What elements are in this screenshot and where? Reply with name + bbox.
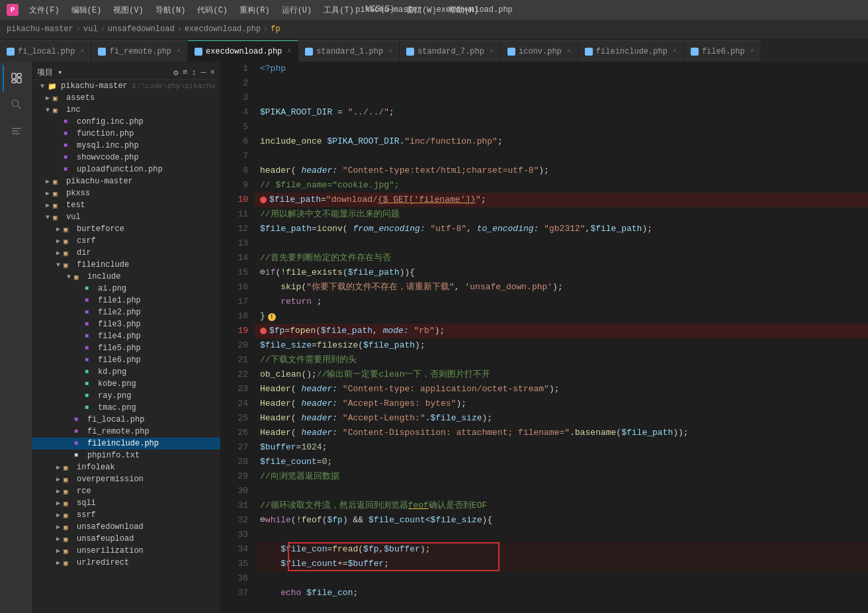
code-line-37: echo $file_con; (255, 586, 868, 600)
menu-file[interactable]: 文件(F) (24, 3, 65, 17)
tree-item-fi_local_php[interactable]: ■ fi_local.php (32, 414, 220, 426)
code-text: ⊖if(!file_exists($file_path)){ (260, 265, 415, 280)
breadcrumb-symbol[interactable]: fp (271, 24, 280, 34)
svg-rect-2 (17, 78, 21, 83)
tab-close[interactable]: × (388, 48, 392, 55)
tree-item-function_php[interactable]: ■ function.php (32, 128, 220, 140)
tab-close[interactable]: × (750, 48, 754, 55)
tree-item-pikachu-master[interactable]: ▶▣ pikachu-master (32, 175, 220, 187)
tree-item-uploadfunction_php[interactable]: ■ uploadfunction.php (32, 164, 220, 175)
tree-item-test[interactable]: ▶▣ test (32, 199, 220, 211)
tree-item-tmac_png[interactable]: ■ tmac.png (32, 402, 220, 414)
tree-item-file3_php[interactable]: ■ file3.php (32, 318, 220, 330)
tree-item-kd_png[interactable]: ■ kd.png (32, 366, 220, 378)
tree-item-sqli[interactable]: ▶▣ sqli (32, 497, 220, 509)
tree-item-kobe_png[interactable]: ■ kobe.png (32, 378, 220, 390)
file-tree[interactable]: 项目 ▾ ⚙ ≡ ↕ — × ▼📁pikachu-master E:\code\… (32, 62, 220, 613)
tab-standard_1_php[interactable]: standard_1.php× (298, 40, 400, 62)
tree-item-file6_php[interactable]: ■ file6.php (32, 354, 220, 366)
tree-btn-settings[interactable]: ⚙ (173, 68, 179, 78)
tab-close[interactable]: × (80, 48, 84, 55)
tree-item-fileinclude_php[interactable]: ■ fileinclude.php (32, 438, 220, 449)
tree-item-burteforce[interactable]: ▶▣ burteforce (32, 223, 220, 235)
explorer-tab[interactable] (3, 65, 29, 91)
tab-fi_local_php[interactable]: fi_local.php× (0, 40, 91, 62)
tree-item-rce[interactable]: ▶▣ rce (32, 485, 220, 497)
menu-navigate[interactable]: 导航(N) (150, 3, 191, 17)
menu-edit[interactable]: 编辑(E) (66, 3, 107, 17)
tree-btn-collapse[interactable]: — (200, 68, 206, 77)
tab-close[interactable]: × (177, 48, 181, 55)
tree-item-file4_php[interactable]: ■ file4.php (32, 330, 220, 342)
tab-close[interactable]: × (673, 48, 677, 55)
tree-item-assets[interactable]: ▶▣ assets (32, 92, 220, 104)
tree-item-phpinfo_txt[interactable]: ■ phpinfo.txt (32, 449, 220, 461)
menu-view[interactable]: 视图(V) (108, 3, 149, 17)
tree-item-inc[interactable]: ▼▣ inc (32, 104, 220, 116)
tab-close[interactable]: × (567, 48, 571, 55)
tree-btn-close[interactable]: × (210, 68, 215, 77)
tree-item-infoleak[interactable]: ▶▣ infoleak (32, 461, 220, 473)
tree-item-overpermission[interactable]: ▶▣ overpermission (32, 473, 220, 485)
tree-item-csrf[interactable]: ▶▣ csrf (32, 235, 220, 247)
tree-btn-expand[interactable]: ↕ (192, 68, 197, 77)
folder-icon: 📁 (48, 82, 58, 90)
tree-item-file5_php[interactable]: ■ file5.php (32, 342, 220, 354)
tree-btn-sort[interactable]: ≡ (183, 68, 188, 77)
tab-iconv_php[interactable]: iconv.php× (501, 40, 578, 62)
tree-item-file2_php[interactable]: ■ file2.php (32, 306, 220, 318)
tree-item-file1_php[interactable]: ■ file1.php (32, 295, 220, 306)
menu-run[interactable]: 运行(U) (277, 3, 318, 17)
tree-item-urlredirect[interactable]: ▶▣ urlredirect (32, 557, 220, 569)
tree-item-label: ray.png (98, 391, 131, 401)
main-layout: 项目 ▾ ⚙ ≡ ↕ — × ▼📁pikachu-master E:\code\… (0, 62, 868, 613)
tree-item-ray_png[interactable]: ■ ray.png (32, 390, 220, 402)
search-tab[interactable] (3, 91, 29, 118)
tab-fileinclude_php[interactable]: fileinclude.php× (578, 40, 684, 62)
tree-item-unsafeupload[interactable]: ▶▣ unsafeupload (32, 533, 220, 545)
tree-item-config_inc.php[interactable]: ■ config.inc.php (32, 116, 220, 128)
tab-standard_7_php[interactable]: standard_7.php× (400, 40, 501, 62)
menu-refactor[interactable]: 重构(R) (234, 3, 275, 17)
tree-item-dir[interactable]: ▶▣ dir (32, 247, 220, 259)
tree-item-vul[interactable]: ▼▣ vul (32, 211, 220, 223)
tree-item-unserilization[interactable]: ▶▣ unserilization (32, 545, 220, 557)
tree-item-pkxss[interactable]: ▶▣ pkxss (32, 187, 220, 199)
tree-item-fileinclude[interactable]: ▼▣ fileinclude (32, 259, 220, 271)
menu-code[interactable]: 代码(C) (192, 3, 233, 17)
line-number-29: 29 (220, 469, 248, 484)
tab-execdownload_php[interactable]: execdownload.php× (188, 40, 298, 62)
tree-item-label: infoleak (77, 463, 115, 472)
tree-item-label: vul (66, 212, 81, 222)
tree-item-ai_png[interactable]: ■ ai.png (32, 283, 220, 295)
tab-label: execdownload.php (206, 47, 282, 56)
folder-arrow-icon: ▶ (42, 189, 53, 197)
tree-item-unsafedownload[interactable]: ▶▣ unsafedownload (32, 521, 220, 533)
code-line-12: $file_path=iconv( from_encoding: "utf-8"… (255, 222, 868, 236)
code-line-27: $buffer=1024; (255, 440, 868, 455)
folder-arrow-icon: ▶ (42, 177, 53, 185)
tab-file6_php[interactable]: file6.php× (684, 40, 761, 62)
tab-close[interactable]: × (287, 48, 291, 55)
tree-item-label: fileinclude.php (87, 439, 159, 448)
arrow-icon: ▼ (37, 83, 48, 90)
code-area[interactable]: 1234567891011121314151617181920212223242… (220, 62, 868, 613)
breadcrumb-file[interactable]: execdownload.php (185, 24, 261, 34)
structure-tab[interactable] (3, 118, 29, 144)
tree-item-fi_remote_php[interactable]: ■ fi_remote.php (32, 426, 220, 438)
tree-item-ssrf[interactable]: ▶▣ ssrf (32, 509, 220, 521)
tree-item-include[interactable]: ▼▣ include (32, 271, 220, 283)
tab-close[interactable]: × (490, 48, 494, 55)
tab-fi_remote_php[interactable]: fi_remote.php× (91, 40, 188, 62)
tree-item-showvcode_php[interactable]: ■ showvcode.php (32, 152, 220, 164)
breadcrumb-unsafedownload[interactable]: unsafedownload (108, 24, 175, 34)
breadcrumb-root[interactable]: pikachu-master (7, 24, 73, 34)
code-line-7 (255, 149, 868, 164)
tree-root[interactable]: ▼📁pikachu-master E:\code\php\pikachu (32, 80, 220, 92)
tree-item-mysql_inc.php[interactable]: ■ mysql.inc.php (32, 140, 220, 152)
tree-item-label: showvcode.php (77, 153, 139, 162)
tree-item-label: file3.php (98, 320, 141, 329)
menu-tools[interactable]: 工具(T) (318, 3, 359, 17)
breadcrumb-vul[interactable]: vul (83, 24, 98, 34)
file-icon: ■ (85, 368, 95, 376)
